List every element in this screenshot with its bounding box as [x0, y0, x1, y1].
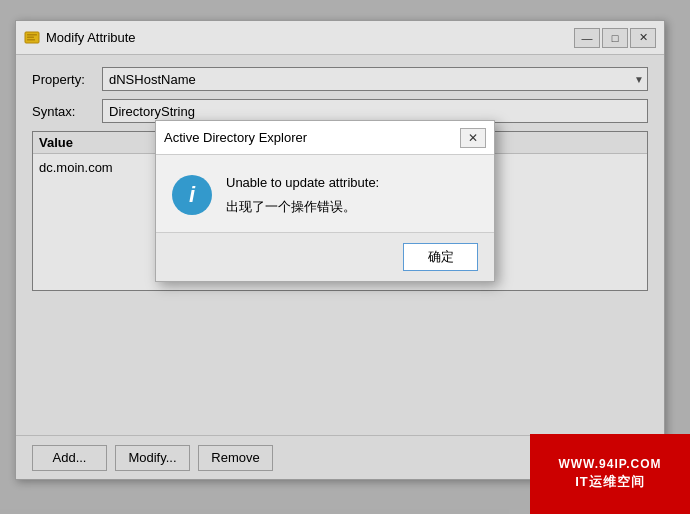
error-titlebar: Active Directory Explorer ✕	[156, 121, 494, 155]
error-body: i Unable to update attribute: 出现了一个操作错误。	[156, 155, 494, 232]
error-main-text: Unable to update attribute:	[226, 175, 478, 190]
error-sub-text: 出现了一个操作错误。	[226, 198, 478, 216]
error-dialog: Active Directory Explorer ✕ i Unable to …	[155, 120, 495, 282]
watermark-line2: IT运维空间	[575, 473, 645, 491]
watermark-line1: WWW.94IP.COM	[558, 457, 661, 471]
error-dialog-title: Active Directory Explorer	[164, 130, 307, 145]
error-close-button[interactable]: ✕	[460, 128, 486, 148]
error-footer: 确定	[156, 232, 494, 281]
watermark: WWW.94IP.COM IT运维空间	[530, 434, 690, 514]
confirm-button[interactable]: 确定	[403, 243, 478, 271]
error-content: Unable to update attribute: 出现了一个操作错误。	[226, 175, 478, 216]
info-icon: i	[172, 175, 212, 215]
